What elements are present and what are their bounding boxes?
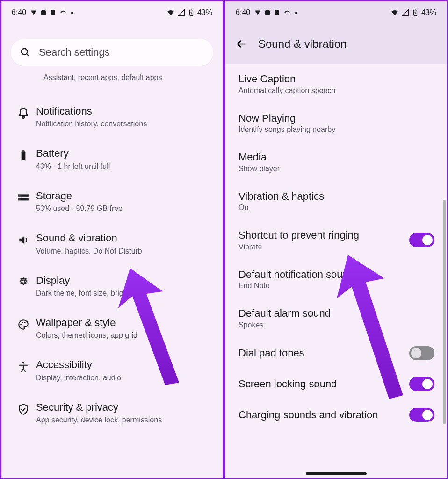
scrollbar[interactable]: [443, 200, 446, 424]
svg-rect-1: [191, 10, 192, 10]
palette-icon: [11, 317, 36, 331]
settings-item-sound-vibration[interactable]: Sound & vibration Volume, haptics, Do No…: [1, 223, 223, 265]
page-title: Sound & vibration: [258, 37, 347, 51]
dual-screenshot-container: 6:40 43% Search settings Assistant, rece…: [0, 0, 448, 479]
brightness-icon: [11, 275, 36, 289]
nav-gesture-pill[interactable]: [306, 472, 367, 475]
item-shortcut-prevent-ringing[interactable]: Shortcut to prevent ringing Vibrate: [225, 220, 443, 260]
right-phone-sound-settings: 6:40 43% Sound & vibration: [225, 1, 447, 478]
signal-icon: [178, 9, 185, 16]
status-time: 6:40: [12, 8, 26, 17]
settings-item-security-privacy[interactable]: Security & privacy App security, device …: [1, 392, 223, 434]
notif-more-dot: [71, 12, 73, 14]
notif-app-icon-3: [275, 10, 279, 15]
svg-point-12: [22, 322, 23, 323]
accessibility-icon: [11, 359, 36, 373]
settings-item-partial[interactable]: Assistant, recent apps, default apps: [1, 70, 223, 96]
svg-rect-4: [22, 152, 26, 161]
search-icon: [20, 47, 30, 58]
notif-app-icon-2: [265, 10, 270, 15]
settings-item-display[interactable]: Display Dark theme, font size, brightnes…: [1, 265, 223, 307]
item-default-notification-sound[interactable]: Default notification sound End Note: [225, 260, 443, 299]
wifi-icon: [390, 8, 399, 17]
switch-screen-locking-sound[interactable]: [409, 377, 434, 391]
settings-list[interactable]: Assistant, recent apps, default apps Not…: [1, 70, 223, 478]
svg-rect-16: [415, 10, 416, 10]
notif-app-icon-1: [31, 10, 36, 15]
svg-point-9: [19, 198, 20, 199]
svg-point-10: [22, 280, 25, 283]
svg-point-2: [22, 49, 28, 55]
notif-app-icon-1: [255, 10, 260, 15]
item-vibration-haptics[interactable]: Vibration & haptics On: [225, 181, 443, 221]
item-default-alarm-sound[interactable]: Default alarm sound Spokes: [225, 298, 443, 338]
svg-point-8: [19, 195, 20, 196]
svg-point-14: [22, 362, 24, 364]
status-battery-percent: 43%: [421, 8, 436, 17]
item-charging-sounds-vibration[interactable]: Charging sounds and vibration: [225, 399, 443, 430]
notif-app-icon-4: [60, 9, 66, 16]
notif-app-icon-4: [284, 9, 290, 16]
settings-item-wallpaper[interactable]: Wallpaper & style Colors, themed icons, …: [1, 307, 223, 349]
search-settings-field[interactable]: Search settings: [11, 39, 213, 66]
settings-item-battery[interactable]: Battery 43% - 1 hr left until full: [1, 138, 223, 180]
switch-dial-pad-tones[interactable]: [409, 346, 434, 360]
svg-rect-5: [22, 151, 24, 152]
notif-app-icon-2: [41, 10, 46, 15]
battery-icon: [412, 8, 419, 17]
sound-settings-list[interactable]: Live Caption Automatically caption speec…: [225, 64, 447, 478]
svg-point-13: [24, 322, 26, 323]
settings-item-partial-sub: Assistant, recent apps, default apps: [43, 73, 162, 81]
storage-icon: [11, 190, 36, 204]
volume-icon: [11, 232, 36, 246]
switch-prevent-ringing[interactable]: [409, 233, 434, 247]
left-phone-settings: 6:40 43% Search settings Assistant, rece…: [1, 1, 223, 478]
status-bar: 6:40 43%: [1, 1, 223, 24]
item-dial-pad-tones[interactable]: Dial pad tones: [225, 338, 443, 369]
status-bar: 6:40 43%: [225, 1, 447, 24]
signal-icon: [402, 9, 409, 16]
wifi-icon: [166, 8, 175, 17]
app-bar: Sound & vibration: [225, 24, 447, 64]
item-now-playing[interactable]: Now Playing Identify songs playing nearb…: [225, 103, 443, 143]
item-media[interactable]: Media Show player: [225, 142, 443, 181]
item-live-caption[interactable]: Live Caption Automatically caption speec…: [225, 64, 443, 103]
back-button[interactable]: [231, 34, 252, 54]
bell-icon: [11, 105, 36, 119]
shield-check-icon: [11, 401, 36, 415]
status-battery-percent: 43%: [197, 8, 212, 17]
item-screen-locking-sound[interactable]: Screen locking sound: [225, 369, 443, 399]
settings-item-accessibility[interactable]: Accessibility Display, interaction, audi…: [1, 349, 223, 392]
battery-full-icon: [11, 147, 36, 161]
settings-item-notifications[interactable]: Notifications Notification history, conv…: [1, 96, 223, 138]
notif-more-dot: [295, 12, 297, 14]
arrow-left-icon: [236, 38, 247, 50]
svg-point-11: [20, 324, 22, 326]
search-placeholder: Search settings: [39, 46, 110, 58]
switch-charging-sounds[interactable]: [409, 408, 434, 422]
svg-line-3: [27, 54, 29, 57]
settings-item-storage[interactable]: Storage 53% used - 59.79 GB free: [1, 181, 223, 223]
battery-icon: [188, 8, 195, 17]
status-time: 6:40: [236, 8, 250, 17]
notif-app-icon-3: [51, 10, 55, 15]
